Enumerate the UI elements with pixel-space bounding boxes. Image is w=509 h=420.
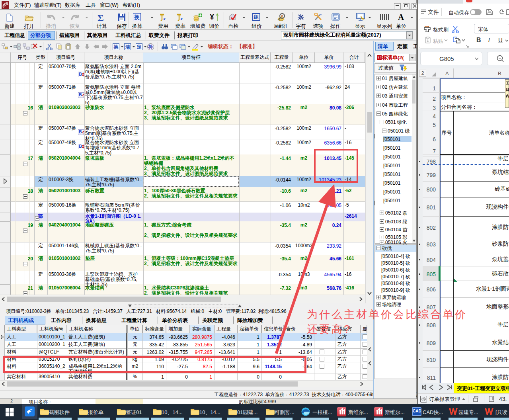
svg-text:¥: ¥ [281, 14, 283, 18]
svg-text:x: x [180, 16, 183, 21]
svg-text:x: x [163, 16, 166, 21]
